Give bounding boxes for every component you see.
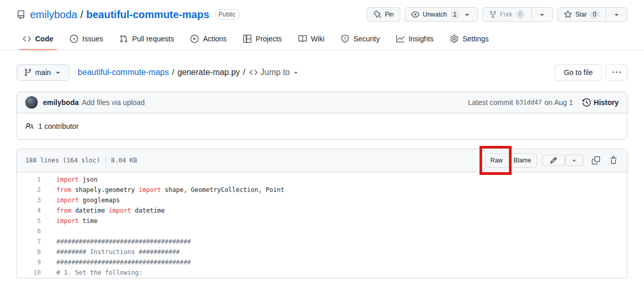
- star-dropdown-button[interactable]: [606, 7, 627, 22]
- file-actions: Raw Blame: [485, 153, 623, 168]
- chevron-down-icon: [571, 157, 578, 164]
- line-number[interactable]: 10: [17, 267, 47, 278]
- star-button-group: Star 0: [557, 7, 627, 22]
- watch-count: 1: [450, 10, 460, 19]
- people-icon: [25, 122, 34, 130]
- raw-button[interactable]: Raw: [485, 153, 508, 168]
- branch-selector-button[interactable]: main: [17, 64, 69, 81]
- commit-message-link[interactable]: Add files via upload: [82, 98, 144, 107]
- line-number[interactable]: 5: [17, 216, 47, 226]
- code-table: 1import json2from shapely.geometry impor…: [17, 174, 627, 278]
- commit-author-link[interactable]: emilyboda: [43, 98, 79, 107]
- breadcrumb-file-name: generate-map.py: [177, 66, 240, 79]
- file-header: 188 lines (164 sloc) 8.04 KB Raw Blame: [17, 149, 627, 172]
- line-number[interactable]: 9: [17, 257, 47, 267]
- commit-date: on Aug 1: [544, 98, 573, 107]
- go-to-file-button[interactable]: Go to file: [555, 64, 602, 81]
- repo-name-link[interactable]: beautiful-commute-maps: [86, 7, 209, 22]
- line-number[interactable]: 6: [17, 226, 47, 236]
- code-line: 4from datetime import datetime: [17, 205, 627, 216]
- jump-to-dropdown[interactable]: Jump to: [249, 66, 299, 79]
- star-button[interactable]: Star 0: [557, 7, 606, 22]
- fork-button[interactable]: Fork 0: [482, 7, 532, 22]
- chevron-down-icon: [612, 10, 621, 19]
- code-line-content: [47, 226, 627, 236]
- tab-code[interactable]: Code: [14, 29, 62, 50]
- edit-button-group: [542, 155, 583, 166]
- pin-button[interactable]: Pin: [367, 7, 400, 22]
- commit-sha-link[interactable]: b31dd47: [516, 99, 542, 106]
- chevron-down-icon: [54, 68, 62, 77]
- unwatch-label: Unwatch: [423, 9, 447, 20]
- code-line: 2from shapely.geometry import shape, Geo…: [17, 185, 627, 195]
- code-line-content: from datetime import datetime: [47, 205, 627, 216]
- repo-header: emilyboda / beautiful-commute-maps Publi…: [0, 0, 644, 22]
- contributors-link[interactable]: 1 contributor: [38, 122, 79, 130]
- edit-dropdown-button[interactable]: [565, 155, 583, 166]
- tab-label: Pull requests: [132, 34, 174, 44]
- code-line-content: ####################################: [47, 236, 627, 247]
- tab-settings[interactable]: Settings: [442, 29, 497, 50]
- tab-label: Settings: [462, 34, 489, 44]
- tab-issues[interactable]: Issues: [62, 29, 111, 50]
- line-number[interactable]: 4: [17, 205, 47, 216]
- code-line: 9####################################: [17, 257, 627, 267]
- history-link[interactable]: History: [582, 98, 619, 107]
- tab-label: Code: [35, 34, 53, 44]
- tab-security[interactable]: Security: [333, 29, 388, 50]
- jump-to-label: Jump to: [260, 66, 290, 79]
- tab-pull-requests[interactable]: Pull requests: [111, 29, 182, 50]
- code-line: 6: [17, 226, 627, 236]
- pin-label: Pin: [385, 9, 394, 20]
- avatar[interactable]: [25, 96, 38, 109]
- tab-actions[interactable]: Actions: [182, 29, 235, 50]
- line-number[interactable]: 7: [17, 236, 47, 247]
- edit-button[interactable]: [542, 155, 565, 166]
- repo-title-separator: /: [80, 7, 83, 22]
- repo-owner-link[interactable]: emilyboda: [30, 7, 77, 22]
- latest-commit-bar: emilyboda Add files via upload Latest co…: [17, 92, 627, 113]
- code-line-content: ####################################: [47, 257, 627, 267]
- visibility-badge: Public: [215, 9, 240, 20]
- fork-label: Fork: [500, 9, 513, 20]
- fork-button-group: Fork 0: [482, 7, 553, 22]
- tab-wiki[interactable]: Wiki: [290, 29, 333, 50]
- line-number[interactable]: 8: [17, 247, 47, 257]
- more-options-button[interactable]: [606, 64, 627, 81]
- line-number[interactable]: 2: [17, 185, 47, 195]
- tab-label: Security: [353, 34, 380, 44]
- line-number[interactable]: 1: [17, 174, 47, 185]
- latest-commit-label: Latest commit: [468, 98, 513, 107]
- kebab-horizontal-icon: [612, 68, 621, 77]
- code-icon: [23, 35, 31, 43]
- breadcrumb-repo-link[interactable]: beautiful-commute-maps: [78, 66, 169, 79]
- code-line: 5import time: [17, 216, 627, 226]
- line-number[interactable]: 3: [17, 195, 47, 205]
- tab-label: Projects: [256, 34, 282, 44]
- code-line: 3import googlemaps: [17, 195, 627, 205]
- code-body: 1import json2from shapely.geometry impor…: [17, 174, 627, 278]
- history-icon: [582, 98, 591, 107]
- tab-label: Actions: [203, 34, 227, 44]
- tab-projects[interactable]: Projects: [235, 29, 290, 50]
- chevron-down-icon: [538, 10, 546, 19]
- code-icon: [249, 68, 258, 77]
- tab-insights[interactable]: Insights: [388, 29, 442, 50]
- blame-button[interactable]: Blame: [508, 153, 537, 168]
- fork-count: 0: [516, 10, 526, 19]
- commit-meta: Latest commit b31dd47 on Aug 1 History: [468, 98, 619, 107]
- tab-label: Insights: [409, 34, 433, 44]
- delete-file-button[interactable]: [607, 154, 620, 167]
- book-icon: [298, 35, 307, 43]
- copy-file-button[interactable]: [590, 154, 602, 167]
- project-icon: [243, 35, 251, 43]
- chevron-down-icon: [292, 69, 299, 76]
- fork-dropdown-button[interactable]: [531, 7, 553, 22]
- pin-icon: [373, 10, 382, 19]
- file-box: 188 lines (164 sloc) 8.04 KB Raw Blame: [17, 148, 627, 278]
- unwatch-button[interactable]: Unwatch 1: [405, 7, 477, 22]
- code-line: 1import json: [17, 174, 627, 185]
- file-size: 8.04 KB: [111, 157, 138, 164]
- code-line-content: ######## Instructions ###########: [47, 247, 627, 257]
- file-nav-actions: Go to file: [555, 64, 627, 81]
